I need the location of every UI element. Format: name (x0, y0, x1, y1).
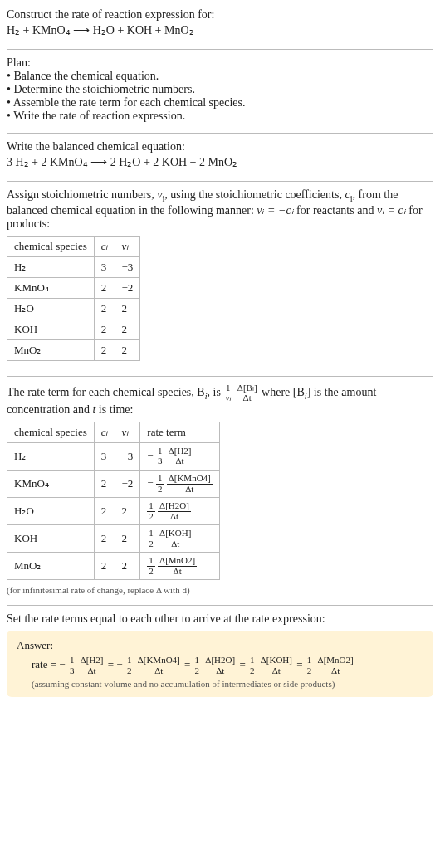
assume-note: (assuming constant volume and no accumul… (32, 679, 423, 689)
cell: 2 (94, 525, 115, 553)
denominator: Δt (259, 666, 294, 676)
sign: − (116, 658, 122, 671)
prompt-section: Construct the rate of reaction expressio… (7, 5, 433, 46)
ci-header: cᵢ (101, 426, 108, 438)
answer-label: Answer: (17, 639, 423, 652)
text: where [B (262, 386, 305, 398)
set-equal-text: Set the rate terms equal to each other t… (7, 612, 433, 626)
denominator: 2 (248, 666, 257, 676)
table-row: H₂ 3 −3 − 13 Δ[H2]Δt (7, 442, 220, 470)
cell: H₂ (7, 442, 95, 470)
rate-term-text: The rate term for each chemical species,… (7, 383, 433, 417)
table-row: H₂O 2 2 12 Δ[H2O]Δt (7, 498, 220, 525)
divider (7, 133, 433, 134)
numerator: Δ[KMnO4] (167, 474, 213, 485)
assign-section: Assign stoichiometric numbers, νi, using… (7, 185, 433, 373)
cell: 2 (94, 298, 115, 319)
sign: − (147, 476, 153, 489)
cell: 2 (94, 553, 115, 580)
vi-header: νᵢ (122, 240, 129, 252)
cell: 12 Δ[H2O]Δt (140, 498, 219, 525)
col-header: chemical species (7, 422, 95, 442)
stoich-table: chemical species cᵢ νᵢ H₂3−3 KMnO₄2−2 H₂… (7, 236, 140, 361)
cell: 12 Δ[MnO2]Δt (140, 553, 219, 580)
text: The rate term for each chemical species,… (7, 386, 205, 398)
fraction: 1νᵢ (223, 383, 232, 403)
numerator: 1 (147, 556, 155, 567)
answer-section: Set the rate terms equal to each other t… (7, 609, 433, 704)
denominator: Δt (203, 666, 237, 676)
text: , using the stoichiometric coefficients, (164, 188, 345, 201)
fraction: 13 (156, 446, 164, 466)
rate-term-section: The rate term for each chemical species,… (7, 380, 433, 602)
plan-section: Plan: Balance the chemical equation. Det… (7, 53, 433, 129)
denominator: 2 (306, 666, 314, 676)
denominator: Δt (136, 666, 182, 676)
text: is time: (95, 403, 133, 416)
fraction: 12 (156, 474, 164, 494)
table-row: H₂O22 (7, 298, 140, 319)
cell: 2 (115, 298, 140, 319)
col-header: νᵢ (115, 422, 140, 442)
list-item: Determine the stoichiometric numbers. (7, 83, 433, 96)
fraction: Δ[H2O]Δt (203, 656, 237, 675)
fraction: 12 (147, 556, 155, 576)
table-row: MnO₂22 (7, 339, 140, 360)
cell: 2 (115, 553, 140, 580)
col-header: chemical species (7, 236, 95, 256)
fraction: 12 (306, 656, 314, 675)
fraction: Δ[H2]Δt (79, 656, 105, 675)
cell: −2 (115, 277, 140, 298)
table-row: KMnO₄ 2 −2 − 12 Δ[KMnO4]Δt (7, 470, 220, 497)
cell: −3 (115, 256, 140, 277)
col-header: cᵢ (94, 422, 115, 442)
cell: KOH (7, 319, 95, 339)
denominator: Δt (158, 539, 193, 549)
sign: − (147, 449, 153, 461)
denominator: 2 (156, 485, 164, 495)
cell: 2 (94, 470, 115, 497)
numerator: Δ[H2O] (158, 501, 191, 512)
denominator: 2 (147, 512, 155, 522)
list-item: Assemble the rate term for each chemical… (7, 96, 433, 110)
ci-header: cᵢ (101, 240, 108, 252)
rate-prefix: rate = (32, 658, 59, 671)
fraction: 12 (147, 529, 155, 549)
col-header: cᵢ (94, 236, 115, 256)
prompt-equation: H₂ + KMnO₄ ⟶ H₂O + KOH + MnO₂ (7, 23, 433, 37)
denominator: Δt (167, 456, 193, 466)
cell: 2 (115, 339, 140, 360)
numerator: 1 (147, 529, 155, 539)
rate-expression: rate = − 13 Δ[H2]Δt = − 12 Δ[KMnO4]Δt = … (32, 656, 423, 675)
cell: KMnO₄ (7, 470, 95, 497)
cell: MnO₂ (7, 339, 95, 360)
table-header-row: chemical species cᵢ νᵢ (7, 236, 140, 256)
text: for reactants and (294, 204, 377, 217)
fraction: Δ[KMnO4]Δt (136, 656, 182, 675)
cell: H₂O (7, 298, 95, 319)
table-row: MnO₂ 2 2 12 Δ[MnO2]Δt (7, 553, 220, 580)
fraction: Δ[Bᵢ]Δt (236, 383, 259, 403)
denominator: 2 (193, 666, 202, 676)
plan-list: Balance the chemical equation. Determine… (7, 70, 433, 123)
assign-text: Assign stoichiometric numbers, νi, using… (7, 188, 433, 231)
numerator: 1 (156, 474, 164, 485)
denominator: 2 (125, 666, 134, 676)
cell: 2 (94, 339, 115, 360)
numerator: Δ[MnO2] (158, 556, 197, 567)
denominator: 2 (147, 539, 155, 549)
denominator: Δt (79, 666, 105, 676)
cell: − 13 Δ[H2]Δt (140, 442, 219, 470)
cell: −3 (115, 442, 140, 470)
balanced-section: Write the balanced chemical equation: 3 … (7, 137, 433, 178)
table-row: KOH 2 2 12 Δ[KOH]Δt (7, 525, 220, 553)
equals: = (184, 658, 193, 671)
cell: H₂O (7, 498, 95, 525)
fraction: 12 (193, 656, 202, 675)
vi-header: νᵢ (122, 426, 129, 438)
divider (7, 376, 433, 377)
denominator: 3 (68, 666, 76, 676)
balanced-label: Write the balanced chemical equation: (7, 140, 433, 154)
text: , is (208, 386, 224, 398)
cell: 12 Δ[KOH]Δt (140, 525, 219, 553)
